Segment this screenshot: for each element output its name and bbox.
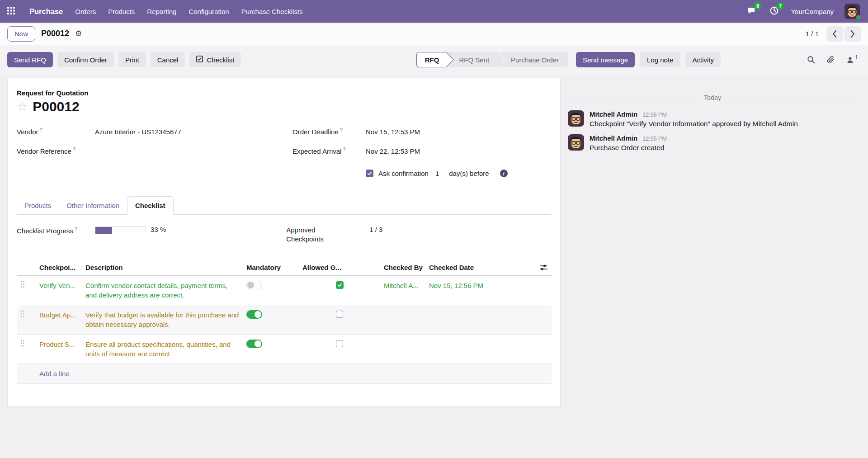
optional-columns-button[interactable] [539, 264, 548, 271]
cancel-button[interactable]: Cancel [151, 52, 185, 67]
status-step-rfq-sent[interactable]: RFQ Sent [446, 52, 498, 67]
message-body: Checkpoint "Verify Vendor Information" a… [590, 120, 798, 128]
statusbar: RFQ RFQ Sent Purchase Order [416, 52, 568, 67]
checkpoint-description-cell[interactable]: Ensure all product specifications, quant… [82, 334, 243, 364]
vendor-reference-label: Vendor Reference? [17, 146, 95, 155]
print-button[interactable]: Print [118, 52, 146, 67]
checklist-button-label: Checklist [207, 56, 234, 64]
messages-button[interactable]: 8 [745, 5, 757, 17]
favorite-star-icon[interactable]: ☆ [17, 101, 28, 113]
help-marker: ? [340, 127, 343, 132]
checklist-progress-label: Checklist Progress? [17, 226, 95, 235]
status-step-purchase-order[interactable]: Purchase Order [498, 52, 568, 67]
column-handle [17, 260, 36, 276]
notebook-tabs: Products Other Information Checklist [17, 196, 551, 215]
tab-products[interactable]: Products [17, 196, 59, 214]
apps-menu-button[interactable] [0, 0, 22, 23]
checked-date-cell [425, 305, 502, 334]
column-checkpoint[interactable]: Checkpoi... [36, 260, 82, 276]
drag-handle[interactable] [20, 340, 25, 348]
help-marker: ? [40, 127, 42, 132]
activities-button[interactable]: 7 [768, 5, 780, 17]
breadcrumb-record-name: P00012 [41, 29, 69, 38]
field-expected-arrival: Expected Arrival? Nov 22, 12:53 PM [292, 146, 551, 157]
expected-arrival-label: Expected Arrival? [292, 146, 366, 155]
column-checked-by[interactable]: Checked By [380, 260, 425, 276]
checked-by-cell [380, 334, 425, 364]
mandatory-toggle-off[interactable] [246, 281, 262, 289]
pager-next-button[interactable] [844, 26, 861, 42]
record-title[interactable]: P00012 [33, 99, 79, 114]
tab-other-information[interactable]: Other Information [59, 196, 127, 214]
date-divider: Today [568, 94, 857, 101]
checkpoint-name-cell[interactable]: Product S... [36, 334, 82, 364]
mandatory-toggle-on[interactable] [246, 340, 262, 348]
search-icon [807, 56, 815, 64]
user-menu-avatar[interactable] [844, 4, 860, 19]
column-checked-date[interactable]: Checked Date [425, 260, 502, 276]
vendor-value[interactable]: Azure Interior - US12345677 [95, 128, 181, 136]
approved-checkpoints-value: 1 / 3 [369, 226, 382, 233]
checked-by-cell: Mitchell A... [380, 275, 425, 305]
chevron-left-icon [832, 30, 837, 38]
attachments-button[interactable] [827, 56, 835, 64]
messages-badge: 8 [754, 2, 761, 10]
help-marker: ? [75, 226, 77, 231]
allowed-group-checkbox-empty[interactable] [336, 340, 343, 347]
send-rfq-button[interactable]: Send RFQ [7, 52, 53, 67]
checkpoint-name-cell[interactable]: Verify Ven... [36, 275, 82, 305]
ask-confirmation-label: Ask confirmation [378, 170, 429, 177]
ask-confirmation-suffix: day(s) before [449, 170, 489, 177]
followers-count: 1 [855, 54, 858, 61]
ask-confirmation-days-value[interactable]: 1 [435, 170, 439, 177]
column-description[interactable]: Description [82, 260, 243, 276]
checklist-button[interactable]: Checklist [189, 52, 241, 67]
status-step-rfq[interactable]: RFQ [416, 52, 447, 67]
check-icon [367, 171, 372, 176]
confirm-order-button[interactable]: Confirm Order [57, 52, 114, 67]
approved-checkpoints-label: Approved Checkpoints [286, 226, 341, 244]
send-message-button[interactable]: Send message [576, 52, 635, 67]
expected-arrival-value[interactable]: Nov 22, 12:53 PM [366, 147, 420, 155]
top-navbar: Purchase Orders Products Reporting Confi… [0, 0, 868, 23]
menu-purchase-checklists[interactable]: Purchase Checklists [241, 8, 303, 15]
log-note-button[interactable]: Log note [640, 52, 680, 67]
pager-previous-button[interactable] [826, 26, 843, 42]
message-time: 12:55 PM [642, 136, 667, 142]
chevron-right-icon [850, 30, 855, 38]
menu-orders[interactable]: Orders [75, 8, 96, 15]
ask-confirmation-checkbox[interactable] [366, 170, 373, 177]
activity-button[interactable]: Activity [685, 52, 721, 67]
paperclip-icon [827, 56, 835, 64]
actions-gear-icon[interactable]: ⚙ [75, 30, 82, 38]
add-a-line-link[interactable]: Add a line [36, 364, 552, 383]
drag-handle[interactable] [20, 282, 25, 289]
tab-checklist[interactable]: Checklist [127, 196, 174, 215]
menu-reporting[interactable]: Reporting [147, 8, 176, 15]
app-brand[interactable]: Purchase [29, 7, 63, 16]
checkpoint-description-cell[interactable]: Verify that budget is available for this… [82, 305, 243, 334]
allowed-group-checkbox-checked[interactable] [336, 281, 344, 289]
new-button[interactable]: New [7, 26, 35, 42]
drag-handle[interactable] [20, 311, 25, 319]
chatter-panel: Today Mitchell Admin 12:56 PM Checkpoint… [561, 78, 861, 152]
mandatory-toggle-on[interactable] [246, 310, 262, 319]
order-deadline-value[interactable]: Nov 15, 12:53 PM [366, 128, 420, 136]
checkpoint-name-cell[interactable]: Budget Ap... [36, 305, 82, 334]
checkpoint-description-cell[interactable]: Confirm vendor contact details, payment … [82, 275, 243, 305]
help-marker: ? [343, 146, 345, 152]
message-author-avatar [568, 134, 584, 151]
apps-grid-icon [7, 7, 15, 16]
menu-products[interactable]: Products [108, 8, 135, 15]
menu-configuration[interactable]: Configuration [189, 8, 229, 15]
company-switcher[interactable]: YourCompany [791, 8, 834, 15]
online-status-dot [856, 15, 861, 20]
field-ask-confirmation: Ask confirmation 1 day(s) before i [366, 170, 551, 177]
checked-date-cell: Nov 15, 12:56 PM [425, 275, 502, 305]
allowed-group-checkbox-empty[interactable] [336, 311, 343, 318]
column-mandatory[interactable]: Mandatory [243, 260, 299, 276]
followers-button[interactable]: 1 [846, 56, 858, 64]
column-allowed-group[interactable]: Allowed G... [299, 260, 380, 276]
search-messages-button[interactable] [807, 56, 815, 64]
check-icon [337, 283, 342, 288]
